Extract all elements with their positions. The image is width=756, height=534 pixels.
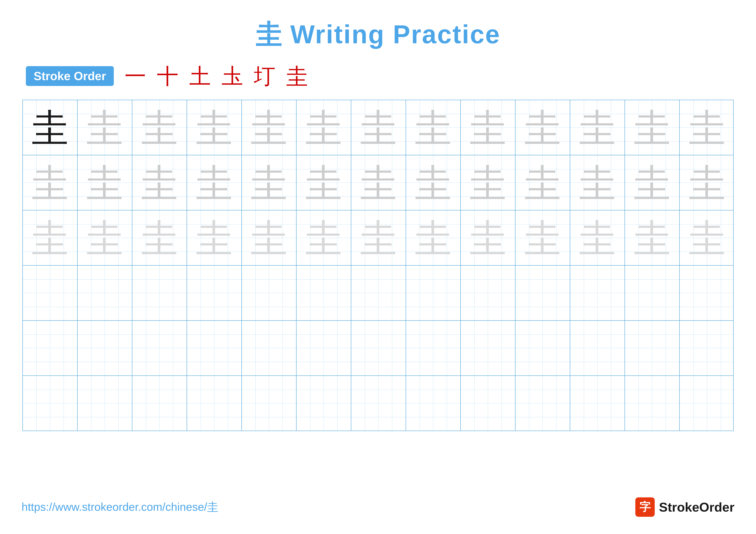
title-character: 圭 (256, 20, 282, 49)
grid-cell[interactable] (132, 266, 187, 320)
grid-cell[interactable]: 圭 (242, 155, 297, 210)
grid-cell[interactable] (297, 321, 351, 375)
grid-cell[interactable]: 圭 (78, 155, 132, 210)
grid-cell[interactable]: 圭 (23, 211, 78, 265)
grid-cell[interactable] (351, 321, 406, 375)
grid-cell[interactable]: 圭 (461, 155, 516, 210)
grid-cell[interactable] (132, 376, 187, 431)
grid-cell[interactable]: 圭 (242, 211, 297, 265)
page: 圭 Writing Practice Stroke Order 一 十 土 圡 … (0, 0, 756, 534)
grid-cell[interactable] (23, 266, 78, 320)
grid-cell[interactable] (516, 321, 570, 375)
grid-cell[interactable]: 圭 (461, 211, 516, 265)
grid-cell[interactable]: 圭 (406, 211, 461, 265)
grid-cell[interactable] (680, 321, 735, 375)
grid-cell[interactable]: 圭 (406, 100, 461, 155)
grid-cell[interactable]: 圭 (132, 155, 187, 210)
stroke-step-4: 圡 (222, 65, 243, 87)
grid-cell[interactable] (570, 376, 625, 431)
grid-cell[interactable]: 圭 (297, 100, 351, 155)
grid-cell[interactable]: 圭 (23, 155, 78, 210)
grid-cell[interactable] (78, 266, 132, 320)
grid-cell[interactable] (625, 321, 680, 375)
grid-cell[interactable]: 圭 (461, 100, 516, 155)
grid-cell[interactable]: 圭 (351, 100, 406, 155)
footer: https://www.strokeorder.com/chinese/圭 字 … (21, 497, 735, 517)
stroke-step-3: 土 (189, 65, 211, 87)
grid-cell[interactable]: 圭 (23, 100, 78, 155)
practice-character: 圭 (360, 165, 397, 201)
grid-cell[interactable]: 圭 (516, 155, 570, 210)
grid-cell[interactable]: 圭 (680, 155, 735, 210)
grid-cell[interactable] (187, 321, 242, 375)
grid-cell[interactable] (461, 266, 516, 320)
practice-character: 圭 (141, 165, 178, 201)
practice-character: 圭 (415, 109, 451, 146)
practice-character: 圭 (415, 219, 451, 256)
grid-cell[interactable]: 圭 (570, 100, 625, 155)
grid-cell[interactable] (461, 376, 516, 431)
grid-cell[interactable] (242, 376, 297, 431)
grid-cell[interactable] (78, 321, 132, 375)
grid-cell[interactable] (297, 266, 351, 320)
grid-cell[interactable] (680, 376, 735, 431)
grid-cell[interactable] (516, 376, 570, 431)
grid-cell[interactable]: 圭 (570, 211, 625, 265)
grid-cell[interactable]: 圭 (242, 100, 297, 155)
grid-cell[interactable]: 圭 (406, 155, 461, 210)
grid-cell[interactable]: 圭 (680, 211, 735, 265)
grid-cell[interactable] (570, 321, 625, 375)
grid-cell[interactable] (625, 376, 680, 431)
grid-cell[interactable]: 圭 (625, 100, 680, 155)
grid-cell[interactable]: 圭 (132, 211, 187, 265)
grid-cell[interactable] (351, 376, 406, 431)
grid-cell[interactable]: 圭 (132, 100, 187, 155)
grid-cell[interactable]: 圭 (187, 211, 242, 265)
practice-character: 圭 (86, 109, 123, 146)
grid-cell[interactable] (242, 321, 297, 375)
practice-character: 圭 (32, 165, 68, 201)
grid-cell[interactable]: 圭 (351, 211, 406, 265)
grid-cell[interactable] (297, 376, 351, 431)
grid-cell[interactable] (406, 321, 461, 375)
grid-cell[interactable]: 圭 (297, 155, 351, 210)
practice-character: 圭 (305, 109, 342, 146)
grid-cell[interactable] (187, 376, 242, 431)
grid-cell[interactable] (461, 321, 516, 375)
practice-character: 圭 (305, 165, 342, 201)
grid-cell[interactable] (570, 266, 625, 320)
grid-cell[interactable]: 圭 (78, 211, 132, 265)
grid-cell[interactable]: 圭 (516, 100, 570, 155)
grid-cell[interactable] (516, 266, 570, 320)
grid-cell[interactable] (406, 266, 461, 320)
grid-cell[interactable] (23, 321, 78, 375)
grid-cell[interactable]: 圭 (351, 155, 406, 210)
practice-character: 圭 (141, 219, 178, 256)
practice-character: 圭 (251, 109, 287, 146)
grid-cell[interactable] (406, 376, 461, 431)
grid-cell[interactable]: 圭 (78, 100, 132, 155)
title-text: Writing Practice (282, 20, 500, 49)
grid-cell[interactable]: 圭 (625, 155, 680, 210)
grid-cell[interactable] (680, 266, 735, 320)
grid-cell[interactable]: 圭 (516, 211, 570, 265)
grid-cell[interactable]: 圭 (187, 155, 242, 210)
grid-cell[interactable] (78, 376, 132, 431)
practice-grid: 圭圭圭圭圭圭圭圭圭圭圭圭圭 圭圭圭圭圭圭圭圭圭圭圭圭圭 圭圭圭圭圭圭圭圭圭圭圭圭… (22, 100, 734, 431)
practice-character: 圭 (689, 165, 725, 201)
grid-cell[interactable] (242, 266, 297, 320)
grid-cell[interactable] (625, 266, 680, 320)
practice-character: 圭 (360, 219, 397, 256)
grid-cell[interactable]: 圭 (625, 211, 680, 265)
practice-character: 圭 (251, 219, 287, 256)
grid-cell[interactable] (132, 321, 187, 375)
grid-row-4 (23, 266, 733, 321)
grid-cell[interactable]: 圭 (680, 100, 735, 155)
grid-cell[interactable] (187, 266, 242, 320)
grid-cell[interactable] (351, 266, 406, 320)
grid-cell[interactable] (23, 376, 78, 431)
grid-cell[interactable]: 圭 (297, 211, 351, 265)
grid-cell[interactable]: 圭 (187, 100, 242, 155)
footer-logo: 字 StrokeOrder (635, 497, 735, 517)
grid-cell[interactable]: 圭 (570, 155, 625, 210)
